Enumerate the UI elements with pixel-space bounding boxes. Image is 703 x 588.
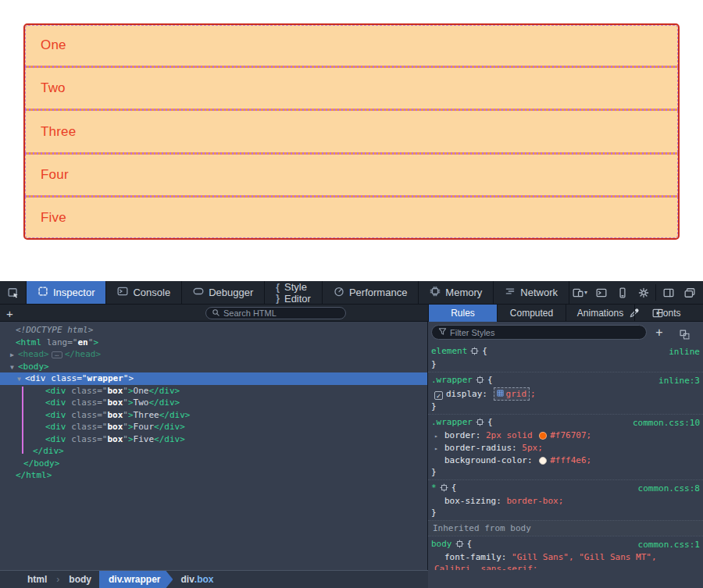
- grid-highlighter-chip[interactable]: grid: [494, 387, 530, 401]
- grid-box: Five: [25, 198, 678, 238]
- chevron-down-icon[interactable]: ▼: [10, 362, 18, 374]
- css-declaration[interactable]: ▸border-radius: 5px;: [431, 442, 700, 454]
- color-swatch[interactable]: [539, 432, 547, 440]
- rule-selector-line: body{: [431, 538, 472, 551]
- close-icon[interactable]: [700, 281, 703, 304]
- rule-source-link[interactable]: common.css:8: [638, 483, 700, 494]
- markup-line[interactable]: <div class="box">One</div>: [0, 385, 427, 397]
- code-segment: <div: [45, 434, 71, 444]
- tab-memory[interactable]: Memory: [419, 281, 494, 304]
- responsive-icon[interactable]: ▾: [569, 281, 591, 304]
- pick-element-button[interactable]: [0, 281, 27, 304]
- breadcrumb-item[interactable]: body: [61, 571, 99, 588]
- tab-fonts[interactable]: Fonts: [635, 305, 703, 322]
- code-segment: </div>: [154, 422, 185, 432]
- semicolon: ;: [537, 443, 543, 453]
- breadcrumb-item[interactable]: div.wrapper: [99, 571, 173, 588]
- semicolon: ;: [558, 496, 564, 506]
- add-node-button[interactable]: +: [6, 305, 13, 322]
- open-brace: {: [487, 417, 493, 427]
- code-segment: >: [128, 373, 134, 383]
- markup-line[interactable]: <div class="box">Four</div>: [0, 421, 427, 433]
- code-segment: >: [128, 422, 134, 432]
- markup-line[interactable]: <div class="box">Three</div>: [0, 409, 427, 422]
- selector-highlighter-icon[interactable]: [476, 376, 484, 387]
- chevron-down-icon[interactable]: ▼: [17, 373, 25, 386]
- rule-selector[interactable]: body: [431, 539, 452, 549]
- markup-line-selected[interactable]: ▼<div class="wrapper">: [0, 372, 427, 385]
- css-declaration[interactable]: ✓display: grid;: [431, 387, 700, 401]
- breadcrumb-item[interactable]: html: [20, 571, 55, 588]
- tab-computed[interactable]: Computed: [498, 305, 566, 322]
- chevron-right-icon: ›: [55, 571, 61, 588]
- rule-selector[interactable]: .wrapper: [431, 375, 473, 385]
- tab-rules[interactable]: Rules: [429, 305, 498, 322]
- close-brace: }: [431, 401, 700, 412]
- device-icon[interactable]: [612, 281, 633, 304]
- rule-selector[interactable]: *: [431, 483, 437, 493]
- markup-line[interactable]: <!DOCTYPE html>: [0, 324, 427, 337]
- code-segment: >: [128, 386, 134, 396]
- code-segment: class=": [71, 397, 107, 408]
- tab-inspector[interactable]: Inspector: [27, 281, 106, 304]
- rule-source-link[interactable]: common.css:1: [638, 539, 700, 551]
- inherited-from-header: Inherited from body: [428, 520, 703, 536]
- code-segment: </head>: [65, 349, 101, 359]
- search-html-input[interactable]: [223, 308, 340, 318]
- search-html-box: [205, 307, 346, 319]
- selector-highlighter-icon[interactable]: [476, 419, 484, 429]
- tab-console[interactable]: Console: [106, 281, 182, 304]
- css-declaration[interactable]: font-family: "Gill Sans", "Gill Sans MT"…: [431, 551, 700, 570]
- markup-line[interactable]: <div class="box">Five</div>: [0, 433, 427, 446]
- css-rule: *{common.css:8box-sizing: border-box;}: [428, 479, 703, 520]
- markup-line[interactable]: </body>: [0, 458, 427, 470]
- settings-icon[interactable]: [633, 281, 654, 304]
- open-brace: {: [451, 483, 457, 493]
- css-declaration[interactable]: box-sizing: border-box;: [431, 495, 700, 507]
- code-segment: wrapper: [87, 373, 123, 383]
- markup-line[interactable]: ▼<body>: [0, 361, 427, 373]
- child-indent-guideline: [22, 387, 23, 454]
- markup-line[interactable]: </div>: [0, 445, 427, 458]
- rule-selector[interactable]: .wrapper: [431, 417, 473, 427]
- selector-highlighter-icon[interactable]: [440, 484, 448, 494]
- markup-line[interactable]: <html lang="en">: [0, 337, 427, 349]
- css-declaration[interactable]: ▸border: 2px solid #f76707;: [431, 429, 700, 442]
- rule-source-link[interactable]: inline:3: [658, 375, 700, 387]
- chevron-right-icon[interactable]: ▶: [10, 349, 18, 362]
- collapsed-content-icon[interactable]: …: [52, 351, 62, 358]
- markup-line[interactable]: ▶<head>…</head>: [0, 348, 427, 361]
- markup-line[interactable]: <div class="box">Two</div>: [0, 397, 427, 409]
- rule-source-link[interactable]: common.css:10: [633, 417, 700, 429]
- window-icon[interactable]: [679, 281, 700, 304]
- rule-header: body{common.css:1: [431, 538, 700, 551]
- rule-source-link[interactable]: inline: [669, 346, 700, 358]
- filter-styles-input[interactable]: [450, 328, 640, 337]
- toggle-classes-icon[interactable]: [675, 323, 694, 345]
- breadcrumb-item[interactable]: div.box: [173, 571, 221, 588]
- tab-debugger[interactable]: Debugger: [182, 281, 265, 304]
- rule-selector[interactable]: element: [431, 346, 467, 356]
- add-rule-button[interactable]: +: [650, 322, 669, 344]
- sidebar-icon[interactable]: [658, 281, 679, 304]
- grid-box: Four: [25, 155, 678, 195]
- split-console-icon[interactable]: [591, 281, 612, 304]
- breadcrumb-label: div: [180, 574, 194, 585]
- css-rule: .wrapper{inline:3✓display: grid;}: [428, 372, 703, 414]
- code-segment: box: [107, 434, 123, 444]
- expand-arrow-icon[interactable]: ▸: [434, 430, 444, 442]
- declaration-checkbox[interactable]: ✓: [434, 391, 443, 400]
- close-brace: }: [431, 358, 700, 370]
- tab-style-editor[interactable]: { }Style Editor: [265, 281, 323, 304]
- tab-animations[interactable]: Animations: [566, 305, 635, 322]
- css-declaration[interactable]: background-color: #fff4e6;: [431, 454, 700, 466]
- markup-line[interactable]: </html>: [0, 469, 427, 482]
- expand-arrow-icon[interactable]: ▸: [434, 443, 444, 454]
- grid-box: One: [25, 25, 678, 66]
- selector-highlighter-icon[interactable]: [470, 347, 479, 358]
- selector-highlighter-icon[interactable]: [455, 540, 464, 551]
- color-swatch[interactable]: [539, 457, 547, 465]
- tab-performance[interactable]: Performance: [323, 281, 419, 304]
- code-segment: <html: [16, 337, 47, 347]
- tab-network[interactable]: Network: [494, 281, 569, 304]
